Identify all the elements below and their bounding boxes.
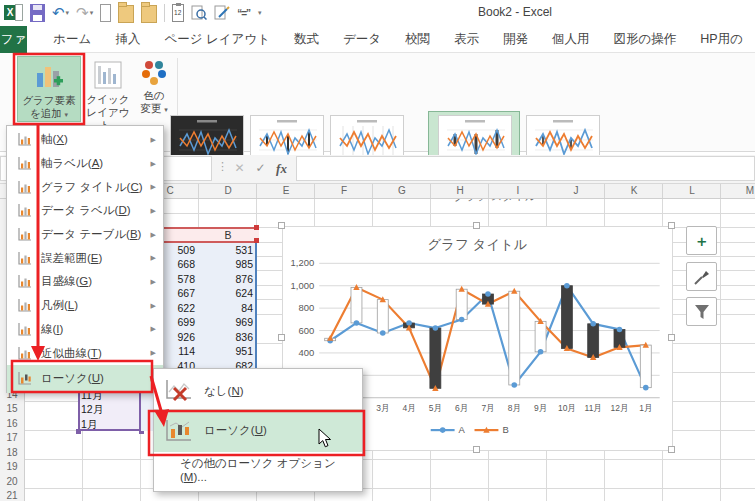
cell-value-b[interactable]: 836 [199,330,257,345]
equals-formula-icon[interactable]: “=” [237,4,250,22]
ribbon-tab[interactable]: ホーム [41,26,103,52]
ribbon-tab[interactable]: 校閲 [393,26,442,52]
quick-access-toolbar: X ↶▾ ↷▾ 12 “=” ▾ [4,3,262,23]
qat-more-commands-icon[interactable]: ▾ [258,4,262,22]
menu-item[interactable]: 凡例(L) ▶ [7,294,163,318]
chart-resize-handle[interactable] [278,334,285,341]
column-header[interactable]: F [315,184,373,198]
toolbar-separator [164,4,165,22]
row-header[interactable]: 21 [0,489,24,501]
quick-layout-button[interactable]: クイック レイアウト ▾ [84,56,132,122]
ribbon-tab[interactable]: 表示 [442,26,491,52]
cell-value-b[interactable]: 951 [199,344,257,359]
new-document-icon[interactable] [100,4,111,22]
selection-handle[interactable] [254,225,259,230]
row-header[interactable]: 15 [0,402,24,417]
menu-item[interactable]: 軸(X) ▶ [7,128,163,152]
svg-text:4月: 4月 [402,403,415,413]
row-header[interactable]: 16 [0,417,24,432]
chart-element-icon [7,251,41,266]
column-header[interactable]: J [547,184,605,198]
menu-item[interactable]: データ ラベル(D) ▶ [7,199,163,223]
cell-value-b[interactable]: 969 [199,315,257,330]
chart-resize-handle[interactable] [473,222,480,229]
row-header[interactable]: 18 [0,446,24,461]
paste-clipboard-icon[interactable]: 12 [172,4,184,22]
cell-value-b[interactable]: 624 [199,286,257,301]
menu-item[interactable]: グラフ タイトル(C) ▶ [7,175,163,199]
chart-element-icon [7,132,41,147]
menu-item-updown-bars[interactable]: ローソク(U) ▶ [7,365,163,393]
svg-text:1月: 1月 [639,403,652,413]
open-folder-icon[interactable] [118,5,134,23]
column-header[interactable]: H [431,184,489,198]
row-header[interactable]: 20 [0,475,24,490]
column-header[interactable]: I [489,184,547,198]
month-cell[interactable]: 1月 [81,417,137,432]
menu-item[interactable]: 線(I) ▶ [7,318,163,342]
submenu-item-more-options[interactable]: その他のローソク オプション(M)... [154,452,362,487]
chart-resize-handle[interactable] [668,222,675,229]
submenu-item-none[interactable]: なし(N) [154,369,362,409]
month-cell[interactable]: 12月 [81,402,137,417]
column-header[interactable]: K [605,184,663,198]
ribbon-tab[interactable]: データ [331,26,393,52]
menu-item[interactable]: 目盛線(G) ▶ [7,270,163,294]
selection-handle[interactable] [76,429,81,434]
column-header[interactable]: G [373,184,431,198]
ribbon-tab[interactable]: 挿入 [103,26,152,52]
ribbon-tab[interactable]: ページ レイアウト [152,26,282,52]
chart-element-icon [7,274,41,289]
cell-value-b[interactable]: 876 [199,272,257,287]
chart-resize-handle[interactable] [668,334,675,341]
save-icon[interactable] [30,4,45,22]
chart-resize-handle[interactable] [278,222,285,229]
enter-icon[interactable]: ✓ [251,157,270,180]
cell-value-b[interactable]: 531 [199,243,257,258]
menu-item-label: データ ラベル(D) [41,203,131,218]
chart-resize-handle[interactable] [668,446,675,453]
ribbon-tab[interactable]: 図形の操作 [602,26,689,52]
menu-item[interactable]: データ テーブル(B) ▶ [7,223,163,247]
submenu-item-updown-bars[interactable]: ローソク(U) [154,409,362,452]
cancel-icon[interactable]: ✕ [230,157,249,180]
tab-file[interactable]: ファイル [0,26,27,53]
redo-icon[interactable]: ↷▾ [76,4,93,22]
series-header-cell-b[interactable]: B [199,229,257,241]
insert-function-icon[interactable]: fx [272,157,291,180]
cell-value-b[interactable]: 985 [199,257,257,272]
add-chart-element-button[interactable]: グラフ要素 を追加 ▾ [17,56,81,122]
menu-item[interactable]: 軸ラベル(A) ▶ [7,152,163,176]
chart-styles-button[interactable] [686,262,717,291]
ribbon-tab[interactable]: 数式 [282,26,331,52]
column-header[interactable]: D [199,184,257,198]
quick-layout-icon [93,60,123,90]
menu-item-label: 目盛線(G) [41,274,92,289]
menu-item-label: 線(I) [41,322,63,337]
open-recent-folder-icon[interactable] [141,5,157,23]
excel-logo-icon: X [4,4,23,22]
ribbon-tab[interactable]: HP用の [688,26,755,52]
column-header[interactable]: L [663,184,721,198]
chart-elements-button[interactable]: ＋ [686,226,717,255]
edit-document-icon[interactable] [214,4,230,22]
print-preview-icon[interactable] [191,4,207,22]
column-header[interactable]: M [721,184,755,198]
svg-text:3月: 3月 [376,403,389,413]
formula-bar-grip-icon: ⋮ [217,160,228,173]
change-colors-button[interactable]: 色の 変更 ▾ [134,56,174,122]
chart-filters-button[interactable] [686,297,717,326]
ribbon-tab[interactable]: 開発 [491,26,540,52]
formula-input[interactable] [296,156,755,181]
menu-item[interactable]: 誤差範囲(E) ▶ [7,246,163,270]
ribbon-tab-row: ファイル ホーム挿入ページ レイアウト数式データ校閲表示開発個人用図形の操作HP… [0,26,755,53]
chart-resize-handle[interactable] [473,446,480,453]
cell-value-b[interactable]: 84 [199,301,257,316]
undo-icon[interactable]: ↶▾ [52,4,69,22]
column-header[interactable]: E [257,184,315,198]
submenu-item-label: なし(N) [204,384,244,399]
row-header[interactable]: 17 [0,431,24,446]
row-header[interactable]: 19 [0,460,24,475]
menu-item[interactable]: 近似曲線(T) ▶ [7,341,163,365]
ribbon-tab[interactable]: 個人用 [540,26,602,52]
